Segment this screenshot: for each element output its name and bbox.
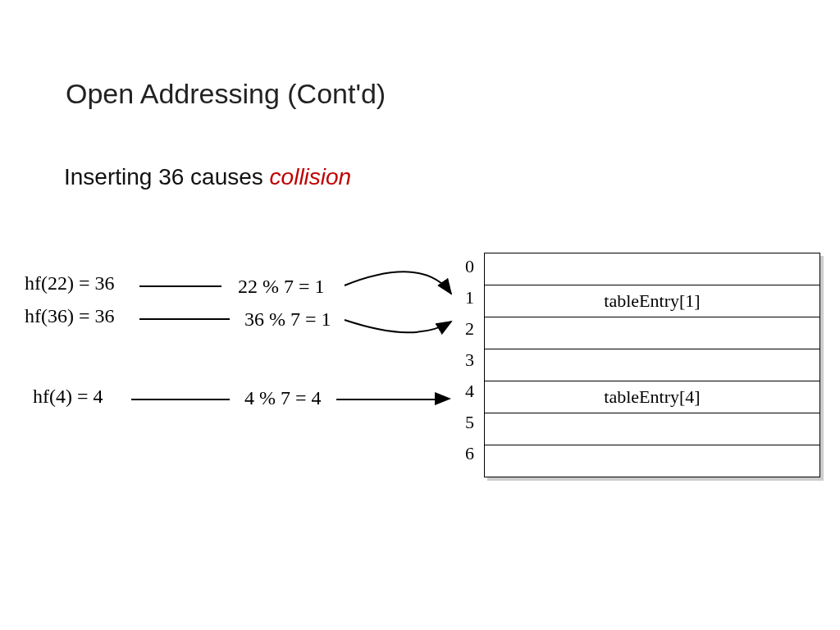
- index-1: 1: [458, 287, 474, 308]
- line-hf36-mod: [139, 318, 230, 320]
- table-cell-3: [485, 349, 820, 381]
- index-2: 2: [458, 318, 474, 340]
- table-row: tableEntry[1]: [485, 285, 820, 317]
- table-row: [485, 413, 820, 445]
- hash-table: tableEntry[1] tableEntry[4]: [484, 253, 820, 477]
- mod-label-36: 36 % 7 = 1: [244, 308, 331, 331]
- index-4: 4: [458, 381, 474, 402]
- hf-label-4: hf(4) = 4: [33, 386, 103, 408]
- slide-title: Open Addressing (Cont'd): [66, 78, 386, 110]
- line-hf4-mod: [131, 399, 230, 400]
- mod-label-4: 4 % 7 = 4: [244, 387, 322, 409]
- table-row: [485, 253, 820, 285]
- line-hf22-mod: [139, 285, 221, 287]
- table-cell-1: tableEntry[1]: [485, 285, 820, 317]
- table-cell-0: [485, 253, 820, 285]
- index-5: 5: [458, 412, 474, 433]
- table-cell-6: [485, 445, 820, 477]
- table-cell-5: [485, 413, 820, 445]
- table-row: [485, 317, 820, 349]
- table-cell-2: [485, 317, 820, 349]
- table-row: [485, 349, 820, 381]
- hash-diagram: hf(22) = 36 hf(36) = 36 hf(4) = 4 22 % 7…: [8, 246, 829, 509]
- hf-label-22: hf(22) = 36: [25, 272, 115, 294]
- mod-label-22: 22 % 7 = 1: [238, 276, 325, 298]
- subtitle-text: Inserting 36 causes: [64, 164, 270, 189]
- index-6: 6: [458, 443, 474, 464]
- slide-subtitle: Inserting 36 causes collision: [64, 164, 351, 190]
- hf-label-36: hf(36) = 36: [25, 305, 115, 327]
- table-row: tableEntry[4]: [485, 381, 820, 413]
- line-mod4-idx: [336, 399, 443, 400]
- table-cell-4: tableEntry[4]: [485, 381, 820, 413]
- table-row: [485, 445, 820, 477]
- index-3: 3: [458, 349, 474, 371]
- subtitle-highlight: collision: [270, 164, 352, 189]
- index-0: 0: [458, 256, 474, 277]
